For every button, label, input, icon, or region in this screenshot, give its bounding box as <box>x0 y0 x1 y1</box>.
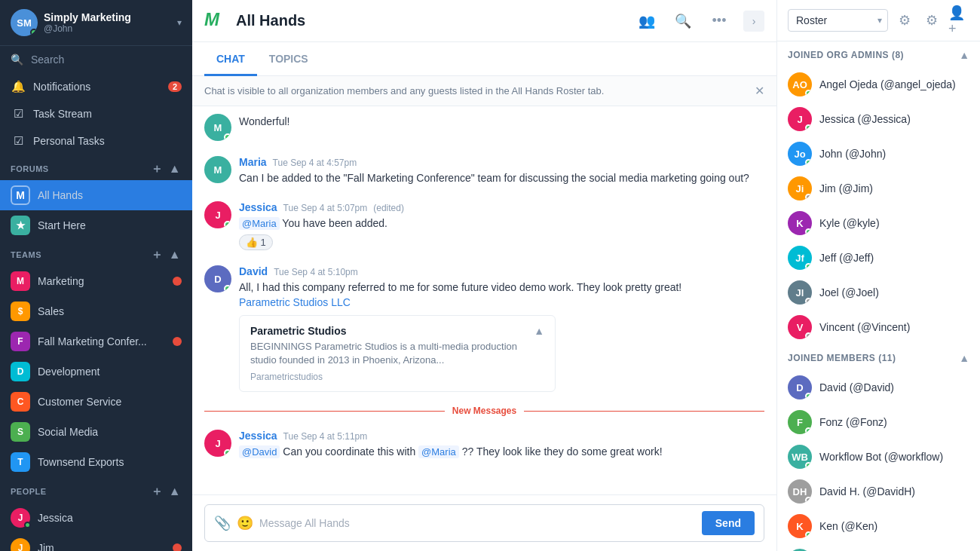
msg-text: All, I had this company referred to me f… <box>239 280 764 295</box>
more-options-icon[interactable]: ••• <box>707 9 731 33</box>
roster-member[interactable]: Ji Jim (@Jim) <box>777 171 980 206</box>
sidebar-item-social-media[interactable]: S Social Media <box>0 417 192 447</box>
roster-member[interactable]: Ma Maria (@Maria) <box>777 543 980 551</box>
close-banner-button[interactable]: ✕ <box>755 84 764 98</box>
sidebar-item-all-hands[interactable]: M All Hands <box>0 180 192 210</box>
msg-time: Tue Sep 4 at 5:07pm <box>283 203 368 213</box>
collapse-people-icon[interactable]: ▲ <box>168 485 182 498</box>
msg-avatar: J <box>204 201 231 228</box>
jim-label: Jim <box>38 542 182 551</box>
bell-icon: 🔔 <box>11 80 26 93</box>
sidebar-item-customer-service[interactable]: C Customer Service <box>0 387 192 417</box>
jim-badge <box>173 543 182 551</box>
members-icon[interactable]: 👥 <box>635 9 659 33</box>
msg-avatar: M <box>204 156 231 183</box>
sidebar-item-development[interactable]: D Development <box>0 357 192 387</box>
message-input[interactable] <box>259 517 691 529</box>
msg-time: Tue Sep 4 at 5:10pm <box>274 267 358 277</box>
customer-service-label: Customer Service <box>38 396 182 408</box>
roster-member[interactable]: Jo John (@John) <box>777 136 980 171</box>
sidebar-item-task-stream[interactable]: ☑ Task Stream <box>0 100 192 127</box>
username: @John <box>44 23 177 34</box>
roster-member[interactable]: WB Workflow Bot (@workflow) <box>777 439 980 474</box>
tab-topics[interactable]: TOPICS <box>257 42 320 76</box>
collapse-teams-icon[interactable]: ▲ <box>168 248 182 262</box>
fall-marketing-label: Fall Marketing Confer... <box>38 335 182 347</box>
online-dot <box>224 449 231 457</box>
roster-panel: Roster ▾ ⚙ ⚙ 👤+ JOINED ORG ADMINS (8) ▲ … <box>776 0 980 551</box>
link-preview-desc: BEGINNINGS Parametric Studios is a multi… <box>250 340 534 367</box>
attachment-icon[interactable]: 📎 <box>214 515 231 531</box>
collapse-preview-button[interactable]: ▲ <box>534 325 544 337</box>
mention-tag: @David <box>239 445 280 458</box>
member-avatar: K <box>788 514 812 538</box>
expand-button[interactable]: › <box>743 11 764 32</box>
roster-member[interactable]: Jf Jeff (@Jeff) <box>777 240 980 275</box>
link-url[interactable]: Parametric Studios LLC <box>239 296 351 308</box>
link-preview-domain: Parametricstudios <box>250 372 534 382</box>
collapse-forums-icon[interactable]: ▲ <box>168 162 182 176</box>
search-icon[interactable]: 🔍 <box>671 9 695 33</box>
search-label: Search <box>31 54 64 66</box>
roster-member[interactable]: F Fonz (@Fonz) <box>777 405 980 439</box>
status-dot <box>805 228 812 235</box>
fall-marketing-avatar: F <box>11 332 30 351</box>
roster-member[interactable]: K Ken (@Ken) <box>777 509 980 543</box>
msg-text: @Maria You have been added. <box>239 216 764 231</box>
member-avatar: K <box>788 211 812 235</box>
msg-edited: (edited) <box>373 203 404 213</box>
admins-section-header[interactable]: JOINED ORG ADMINS (8) ▲ <box>777 41 980 67</box>
divider-line <box>524 411 764 412</box>
msg-sender: Jessica <box>239 201 277 213</box>
roster-member[interactable]: DH David H. (@DavidH) <box>777 474 980 509</box>
customer-service-avatar: C <box>11 392 30 412</box>
sidebar-item-jessica[interactable]: J Jessica <box>0 503 192 533</box>
sidebar-item-notifications[interactable]: 🔔 Notifications 2 <box>0 73 192 100</box>
roster-member[interactable]: J Jessica (@Jessica) <box>777 102 980 136</box>
jim-avatar: J <box>11 538 30 551</box>
member-avatar: WB <box>788 445 812 469</box>
add-member-icon[interactable]: 👤+ <box>948 10 969 31</box>
sidebar-item-fall-marketing[interactable]: F Fall Marketing Confer... <box>0 326 192 357</box>
send-button[interactable]: Send <box>702 511 755 535</box>
members-section-header[interactable]: JOINED MEMBERS (11) ▲ <box>777 344 980 370</box>
member-avatar: Ji <box>788 176 812 201</box>
roster-select[interactable]: Roster <box>788 9 888 32</box>
social-media-label: Social Media <box>38 426 182 438</box>
search-item[interactable]: 🔍 Search <box>0 46 192 73</box>
sidebar-item-townsend-exports[interactable]: T Townsend Exports <box>0 447 192 477</box>
emoji-icon[interactable]: 🙂 <box>237 515 253 531</box>
sidebar-item-start-here[interactable]: ★ Start Here <box>0 210 192 240</box>
sidebar-item-personal-tasks[interactable]: ☑ Personal Tasks <box>0 127 192 155</box>
member-avatar: J <box>788 107 812 131</box>
personal-tasks-label: Personal Tasks <box>33 135 182 147</box>
sidebar-item-jim[interactable]: J Jim <box>0 533 192 551</box>
roster-member[interactable]: AO Angel Ojeda (@angel_ojeda) <box>777 67 980 102</box>
status-dot <box>805 531 812 538</box>
add-forum-button[interactable]: ＋ <box>150 162 164 176</box>
member-avatar: F <box>788 410 812 434</box>
add-team-button[interactable]: ＋ <box>150 248 164 262</box>
sidebar-item-sales[interactable]: $ Sales <box>0 296 192 326</box>
jessica-label: Jessica <box>38 512 182 524</box>
filter-icon[interactable]: ⚙ <box>894 10 915 31</box>
msg-time: Tue Sep 4 at 4:57pm <box>273 158 357 168</box>
teams-label: TEAMS <box>11 250 150 259</box>
roster-member[interactable]: Jl Joel (@Joel) <box>777 275 980 310</box>
msg-text: @David Can you coordinate this with @Mar… <box>239 444 764 460</box>
msg-sender: Maria <box>239 156 267 168</box>
add-person-button[interactable]: ＋ <box>150 485 164 498</box>
development-label: Development <box>38 366 182 378</box>
roster-member[interactable]: K Kyle (@kyle) <box>777 206 980 240</box>
settings-icon[interactable]: ⚙ <box>921 10 942 31</box>
roster-member[interactable]: V Vincent (@Vincent) <box>777 310 980 344</box>
sidebar-header-chevron-icon[interactable]: ▾ <box>177 17 182 28</box>
notifications-label: Notifications <box>33 81 168 93</box>
all-hands-avatar: M <box>11 185 30 205</box>
mention-tag: @Maria <box>418 445 459 458</box>
tab-chat[interactable]: CHAT <box>204 42 257 76</box>
reaction-button[interactable]: 👍 1 <box>239 234 273 250</box>
roster-member[interactable]: D David (@David) <box>777 370 980 405</box>
sidebar-header[interactable]: SM Simply Marketing @John ▾ <box>0 0 192 46</box>
sidebar-item-marketing[interactable]: M Marketing <box>0 266 192 296</box>
